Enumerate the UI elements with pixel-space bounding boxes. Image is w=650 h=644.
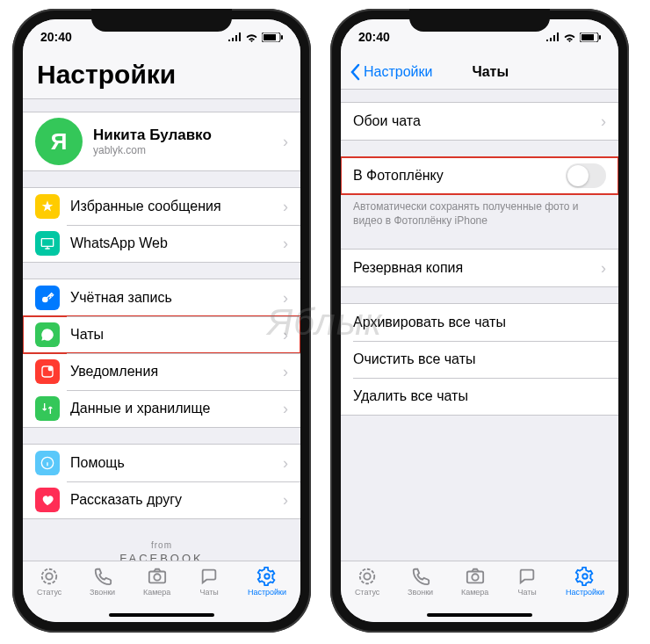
key-icon (35, 286, 60, 310)
svg-point-11 (154, 574, 160, 580)
row-backup[interactable]: Резервная копия › (341, 250, 618, 286)
row-data[interactable]: Данные и хранилище › (23, 390, 300, 427)
chevron-right-icon: › (283, 400, 288, 418)
chevron-right-icon: › (601, 259, 606, 278)
row-chats[interactable]: Чаты › (23, 316, 300, 353)
svg-point-12 (264, 574, 270, 579)
toggle-camera-roll[interactable] (566, 163, 606, 188)
tab-chats[interactable]: Чаты (199, 567, 220, 597)
notification-icon (35, 359, 60, 384)
data-icon (35, 396, 60, 421)
svg-point-17 (364, 573, 370, 579)
row-tell-friend[interactable]: Рассказать другу › (23, 481, 300, 518)
tab-status[interactable]: Статус (37, 567, 61, 597)
camera-roll-footnote: Автоматически сохранять полученные фото … (341, 195, 618, 233)
tab-camera[interactable]: Камера (143, 567, 170, 597)
chevron-right-icon: › (283, 491, 288, 510)
svg-point-8 (42, 569, 57, 584)
svg-rect-3 (41, 239, 53, 247)
home-indicator (109, 613, 214, 617)
tab-camera[interactable]: Камера (461, 567, 488, 597)
tab-settings[interactable]: Настройки (248, 567, 286, 597)
svg-point-20 (582, 574, 588, 579)
notch (409, 9, 550, 32)
row-starred[interactable]: Избранные сообщения › (23, 188, 300, 225)
row-delete-all[interactable]: Удалить все чаты (341, 378, 618, 415)
chevron-right-icon: › (283, 235, 288, 253)
svg-rect-14 (581, 34, 594, 40)
wifi-icon (563, 33, 576, 42)
row-archive-all[interactable]: Архивировать все чаты (341, 304, 618, 341)
profile-name: Никита Булавко (93, 127, 278, 144)
chevron-right-icon: › (283, 133, 288, 151)
avatar: Я (35, 118, 83, 165)
from-facebook: from FACEBOOK (23, 540, 300, 561)
svg-point-19 (472, 574, 478, 580)
star-icon (35, 194, 60, 219)
tab-status[interactable]: Статус (355, 567, 379, 597)
row-clear-all[interactable]: Очистить все чаты (341, 341, 618, 378)
chevron-right-icon: › (283, 454, 288, 473)
tab-settings[interactable]: Настройки (566, 567, 604, 597)
svg-rect-1 (264, 34, 276, 40)
tab-calls[interactable]: Звонки (90, 567, 115, 597)
svg-point-9 (46, 573, 52, 579)
header: Настройки (23, 54, 300, 99)
tab-chats[interactable]: Чаты (516, 567, 538, 597)
row-save-camera-roll[interactable]: В Фотоплёнку (341, 157, 618, 194)
row-account[interactable]: Учётная запись › (23, 279, 300, 316)
whatsapp-icon (35, 322, 60, 347)
signal-icon (545, 33, 560, 41)
desktop-icon (35, 231, 60, 256)
chevron-left-icon (350, 63, 360, 81)
tab-calls[interactable]: Звонки (408, 567, 433, 597)
battery-icon (580, 33, 601, 42)
row-whatsapp-web[interactable]: WhatsApp Web › (23, 225, 300, 262)
svg-rect-2 (281, 35, 283, 40)
battery-icon (262, 33, 283, 42)
chevron-right-icon: › (283, 198, 288, 216)
profile-sub: yablyk.com (93, 144, 278, 156)
chevron-right-icon: › (283, 289, 288, 308)
signal-icon (228, 33, 242, 41)
row-notifications[interactable]: Уведомления › (23, 353, 300, 390)
chevron-right-icon: › (601, 112, 606, 131)
notch (91, 9, 232, 32)
status-time: 20:40 (40, 30, 72, 44)
chevron-right-icon: › (283, 326, 288, 344)
svg-rect-15 (599, 35, 601, 40)
row-help[interactable]: Помощь › (23, 445, 300, 481)
svg-point-6 (48, 367, 52, 371)
wifi-icon (245, 33, 258, 42)
page-title: Чаты (371, 64, 610, 80)
row-wallpaper[interactable]: Обои чата › (341, 103, 618, 140)
phone-left: 20:40 Настройки Я Никита Булавко yably (12, 9, 311, 633)
page-title: Настройки (37, 60, 286, 90)
phone-right: 20:40 Настройки Чаты Обои чата (330, 9, 629, 633)
profile-row[interactable]: Я Никита Булавко yablyk.com › (23, 112, 300, 170)
svg-point-16 (360, 569, 375, 584)
nav-header: Настройки Чаты (341, 54, 618, 90)
heart-icon (35, 488, 60, 512)
info-icon (35, 451, 60, 475)
chevron-right-icon: › (283, 363, 288, 381)
status-time: 20:40 (358, 30, 390, 44)
home-indicator (427, 613, 532, 617)
